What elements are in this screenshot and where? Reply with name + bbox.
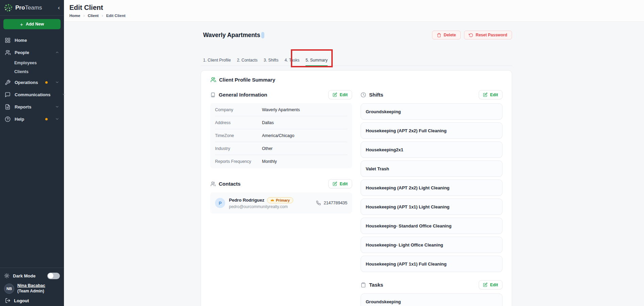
crown-icon [270,198,274,202]
contacts-title: Contacts [219,181,241,187]
breadcrumb: Home › Client › Edit Client [69,13,644,18]
edit-shifts-button[interactable]: Edit [479,90,502,99]
document-icon [5,104,11,110]
add-new-button[interactable]: + Add New [3,19,61,29]
shift-item[interactable]: Housekeeping (APT 2x2) Full Cleaning [361,122,502,139]
sidebar-footer: Dark Mode NB Nina Bacabac (Team Admin) L… [0,268,64,306]
sidebar-collapse-icon[interactable]: ‹ [58,5,60,11]
sidebar-item-help[interactable]: Help [0,113,64,125]
tab-client-profile[interactable]: 1. Client Profile [203,56,231,66]
shift-item[interactable]: Groundskeeping [361,103,502,120]
tab-summary[interactable]: 5. Summary [306,56,328,66]
shift-item[interactable]: Housekeeping (APT 1x1) Light Cleaning [361,199,502,215]
chevron-up-icon [55,50,59,54]
client-name-heading: Waverly Apartments [203,32,260,39]
sidebar: ProTeams ‹ + Add New Home People Employe… [0,0,64,306]
building-icon [210,92,216,98]
logo-row: ProTeams ‹ [0,0,64,16]
general-info-header: General Information Edit [210,90,352,99]
clock-icon [361,92,366,98]
plus-icon: + [20,21,23,27]
edit-pencil-icon [483,92,488,97]
page-header: Edit Client Home › Client › Edit Client [64,0,644,22]
proteams-logo-icon [4,3,13,12]
table-row: Industry Other [215,142,347,155]
sidebar-nav: Home People Employees Clients Operations… [0,34,64,125]
sun-icon [4,273,10,278]
reset-icon [469,33,473,37]
page-title: Edit Client [69,4,644,12]
sidebar-item-clients[interactable]: Clients [0,67,64,76]
contacts-icon [210,181,216,187]
edit-general-info-button[interactable]: Edit [328,90,352,99]
clipboard-icon [361,282,366,288]
table-row: Company Waverly Apartments [215,103,347,116]
breadcrumb-client[interactable]: Client [88,14,99,18]
chevron-down-icon [55,80,59,84]
tasks-list: Groundskeeping [361,293,502,306]
sidebar-item-people[interactable]: People [0,46,64,58]
sidebar-item-home[interactable]: Home [0,34,64,46]
breadcrumb-home[interactable]: Home [69,14,80,18]
user-role: (Team Admin) [17,289,45,294]
shift-item[interactable]: Valet Trash [361,160,502,177]
sidebar-item-communications[interactable]: Communications [0,88,64,101]
contacts-header: Contacts Edit [210,179,352,188]
shift-item[interactable]: Housekeeping (APT 2x2) Light Cleaning [361,180,502,196]
contact-name: Pedro Rodriguez [229,198,264,203]
user-name[interactable]: Nina Bacabac [17,283,45,289]
user-profile-row[interactable]: NB Nina Bacabac (Team Admin) [0,281,64,295]
sidebar-item-reports[interactable]: Reports [0,101,64,113]
text-cursor-pill [261,32,264,38]
tab-tasks[interactable]: 4. Tasks [284,56,299,66]
tab-shifts[interactable]: 3. Shifts [264,56,278,66]
primary-badge: Primary [267,197,293,203]
trash-icon [437,33,441,37]
breadcrumb-separator: › [102,13,103,18]
dark-mode-label: Dark Mode [13,273,35,278]
shifts-title: Shifts [369,92,383,98]
contact-phone: 2147789435 [316,201,347,205]
contact-card: P Pedro Rodriguez Primary [210,192,352,214]
edit-pencil-icon [333,182,337,186]
shifts-header: Shifts Edit [361,90,502,99]
shift-item[interactable]: Housekeeping (APT 1x1) Full Cleaning [361,256,502,272]
task-item[interactable]: Groundskeeping [361,293,502,306]
tab-bar: 1. Client Profile 2. Contacts 3. Shifts … [201,56,512,66]
contact-avatar: P [215,198,225,208]
tasks-title: Tasks [369,282,383,288]
notification-dot [45,118,48,120]
tasks-header: Tasks Edit [361,280,502,289]
sidebar-item-operations[interactable]: Operations [0,76,64,88]
sidebar-item-employees[interactable]: Employees [0,58,64,67]
card-title: Client Profile Summary [219,77,275,83]
breadcrumb-edit-client: Edit Client [106,14,126,18]
edit-pencil-icon [333,92,337,97]
general-info-table: Company Waverly Apartments Address Dalla… [210,103,352,168]
chevron-down-icon [55,105,59,109]
reset-password-button[interactable]: Reset Password [464,31,512,39]
users-icon [210,77,216,83]
contact-email: pedro@ourcommunityrealty.com [229,204,293,209]
people-icon [5,50,11,55]
shift-item[interactable]: Housekeeping- Standard Office Cleaning [361,218,502,234]
dark-mode-row: Dark Mode [0,271,64,281]
table-row: Address Dallas [215,116,347,129]
shift-item[interactable]: Housekeeping2x1 [361,141,502,158]
table-row: TimeZone America/Chicago [215,129,347,142]
chat-bubble-icon [5,92,11,98]
breadcrumb-separator: › [83,13,85,18]
tab-contacts[interactable]: 2. Contacts [237,56,258,66]
dark-mode-toggle[interactable] [47,273,60,279]
shift-item[interactable]: Housekeeping- Light Office Cleaning [361,237,502,253]
edit-tasks-button[interactable]: Edit [479,280,502,289]
delete-button[interactable]: Delete [432,31,461,39]
logout-button[interactable]: Logout [0,295,64,306]
edit-contacts-button[interactable]: Edit [328,179,352,188]
content-area: Waverly Apartments Delete Reset Password… [64,22,644,306]
notification-dot [45,81,48,84]
client-head-row: Waverly Apartments Delete Reset Password [203,31,512,39]
wrench-icon [5,80,11,85]
phone-icon [316,201,321,205]
summary-card: Client Profile Summary General Informati… [201,70,512,306]
